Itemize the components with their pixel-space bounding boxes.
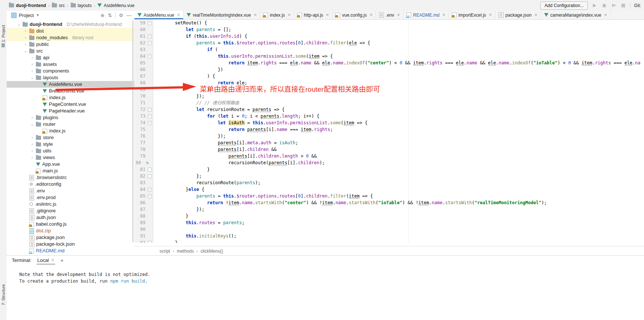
close-icon[interactable]: ✕ — [51, 258, 54, 263]
project-view-selector[interactable]: Project ▼ — [11, 13, 39, 18]
tree-item-package-lock-json[interactable]: {}package-lock.json — [7, 241, 134, 247]
close-icon[interactable]: ✕ — [489, 13, 492, 17]
tree-item-views[interactable]: ›views — [7, 154, 134, 161]
fold-marker-icon[interactable]: – — [148, 34, 152, 38]
tree-item-store[interactable]: ›store — [7, 134, 134, 141]
editor-tab-index-js[interactable]: JSindex.js✕ — [260, 11, 294, 19]
tree-item-package-json[interactable]: {}package.json — [7, 234, 134, 241]
close-icon[interactable]: ✕ — [254, 13, 257, 17]
editor-tab--env[interactable]: .env✕ — [376, 11, 403, 19]
terminal-tab-local[interactable]: Local ✕ — [37, 256, 55, 265]
tree-item-index-js[interactable]: JSindex.js — [7, 128, 134, 134]
new-terminal-icon[interactable]: + — [60, 257, 64, 263]
chevron-collapsed-icon[interactable]: › — [30, 68, 34, 74]
tree-item-assets[interactable]: ›assets — [7, 61, 134, 68]
tree-item--env-prod[interactable]: .env.prod — [7, 194, 134, 201]
close-icon[interactable]: ✕ — [288, 13, 291, 17]
tree-item-babel-config-js[interactable]: JSbabel.config.js — [7, 221, 134, 228]
editor-tab-importexcel-js[interactable]: JSimportExcel.js✕ — [449, 11, 496, 19]
chevron-collapsed-icon[interactable]: › — [30, 148, 34, 154]
locate-icon[interactable]: ⊕ — [101, 13, 105, 18]
fold-marker-icon[interactable]: – — [148, 194, 152, 198]
editor-tab-http-api-js[interactable]: JShttp-api.js✕ — [294, 11, 332, 19]
close-icon[interactable]: ✕ — [177, 13, 180, 17]
tool-window-structure-button[interactable]: 7: Structure — [0, 272, 7, 305]
tree-item-auth-json[interactable]: {}auth.json — [7, 214, 134, 221]
hide-icon[interactable]: — — [127, 13, 131, 18]
tree-item-duoji-frontend[interactable]: ⌄duoji-frontendD:\zheheWeb\duoji-fronten… — [7, 21, 134, 28]
tree-item--editorconfig[interactable]: ⚙.editorconfig — [7, 181, 134, 188]
tree-item-main-js[interactable]: JSmain.js — [7, 168, 134, 174]
editor-breadcrumb-item[interactable]: script — [160, 249, 170, 254]
fold-marker-icon[interactable]: – — [148, 108, 152, 112]
stop-icon[interactable] — [620, 3, 626, 9]
fold-marker-icon[interactable]: – — [148, 41, 152, 45]
editor-tab-cameramanage-index-vue[interactable]: cameraManage\index.vue✕ — [541, 11, 611, 19]
tree-item--browserslistrc[interactable]: .browserslistrc — [7, 174, 134, 181]
tree-item-utils[interactable]: ›utils — [7, 148, 134, 154]
tree-item-router[interactable]: ⌄router — [7, 121, 134, 128]
tree-item-dist[interactable]: ›dist — [7, 28, 134, 34]
chevron-collapsed-icon[interactable]: › — [30, 134, 34, 141]
close-icon[interactable]: ✕ — [442, 13, 445, 17]
tree-item-app-vue[interactable]: App.vue — [7, 161, 134, 168]
breadcrumb-item[interactable]: src — [52, 3, 65, 8]
recursive-call-icon[interactable]: ↻ — [146, 159, 149, 166]
close-icon[interactable]: ✕ — [534, 13, 537, 17]
tree-item-dist-zip[interactable]: dist.zip — [7, 228, 134, 234]
close-icon[interactable]: ✕ — [604, 13, 607, 17]
tree-item-breadcrumb-vue[interactable]: Breadcrumb.vue — [7, 88, 134, 94]
fold-marker-icon[interactable] — [148, 241, 152, 243]
chevron-collapsed-icon[interactable]: › — [24, 34, 27, 41]
add-configuration-button[interactable]: Add Configuration... — [540, 1, 588, 10]
coverage-icon[interactable] — [611, 3, 617, 9]
tree-item-node-modules[interactable]: ›node_moduleslibrary root — [7, 34, 134, 41]
tree-item--env[interactable]: .env — [7, 188, 134, 194]
tree-item--eslintrc-js[interactable]: ⬡.eslintrc.js — [7, 201, 134, 208]
fold-marker-icon[interactable] — [148, 174, 152, 178]
tree-item-index-js[interactable]: JSindex.js — [7, 94, 134, 101]
chevron-collapsed-icon[interactable]: › — [24, 41, 27, 48]
tool-window-project-button[interactable]: 1: Project — [0, 14, 7, 47]
close-icon[interactable]: ✕ — [397, 13, 400, 17]
chevron-expanded-icon[interactable]: ⌄ — [30, 121, 34, 128]
close-icon[interactable]: ✕ — [326, 13, 329, 17]
chevron-expanded-icon[interactable]: ⌄ — [24, 48, 27, 54]
run-icon[interactable] — [591, 3, 597, 9]
chevron-collapsed-icon[interactable]: › — [30, 54, 34, 61]
chevron-collapsed-icon[interactable]: › — [24, 28, 27, 34]
breadcrumb-item[interactable]: AsideMenu.vue — [97, 3, 134, 8]
tree-item-readme-md[interactable]: MDREADME.md — [7, 247, 134, 254]
tree-item-components[interactable]: ›components — [7, 68, 134, 74]
editor-tab-realtimemonitoring-index-vue[interactable]: realTimeMonitoring\index.vue✕ — [184, 11, 260, 19]
collapse-all-icon[interactable]: ⇅ — [108, 13, 112, 18]
tree-item-asidemenu-vue[interactable]: AsideMenu.vue — [7, 81, 134, 88]
fold-marker-icon[interactable] — [148, 168, 152, 172]
editor-breadcrumb-item[interactable]: clickMenu() — [201, 249, 223, 254]
tree-item-api[interactable]: ›api — [7, 54, 134, 61]
close-icon[interactable]: ✕ — [369, 13, 373, 17]
tree-item-pageheader-vue[interactable]: PageHeader.vue — [7, 108, 134, 114]
chevron-collapsed-icon[interactable]: › — [30, 141, 34, 148]
breadcrumb-item[interactable]: duoji-frontend — [9, 3, 46, 8]
project-scrollbar[interactable] — [132, 20, 134, 242]
code-editor[interactable]: 59–6061–62–6364–6566676869707172–73–74–7… — [134, 20, 644, 243]
chevron-collapsed-icon[interactable]: › — [30, 154, 34, 161]
editor-tab-vue-config-js[interactable]: JSvue.config.js✕ — [332, 11, 376, 19]
tree-item-public[interactable]: ›public — [7, 41, 134, 48]
git-label[interactable]: Git: — [634, 3, 641, 8]
fold-marker-icon[interactable]: – — [148, 21, 152, 25]
editor-tab-package-json[interactable]: {}package.json✕ — [496, 11, 541, 19]
tree-item-src[interactable]: ⌄src — [7, 48, 134, 54]
tree-item-pagecontent-vue[interactable]: PageContent.vue — [7, 101, 134, 108]
settings-icon[interactable]: ⚙ — [119, 13, 123, 18]
tree-item-plugins[interactable]: ›plugins — [7, 114, 134, 121]
fold-marker-icon[interactable]: – — [148, 121, 152, 125]
editor-tab-readme-md[interactable]: MDREADME.md✕ — [403, 11, 449, 19]
chevron-collapsed-icon[interactable]: › — [30, 61, 34, 68]
tree-item-style[interactable]: ›style — [7, 141, 134, 148]
fold-marker-icon[interactable]: – — [148, 114, 152, 118]
fold-marker-icon[interactable]: – — [148, 188, 152, 192]
fold-marker-icon[interactable]: – — [148, 54, 152, 58]
chevron-expanded-icon[interactable]: ⌄ — [30, 74, 34, 81]
